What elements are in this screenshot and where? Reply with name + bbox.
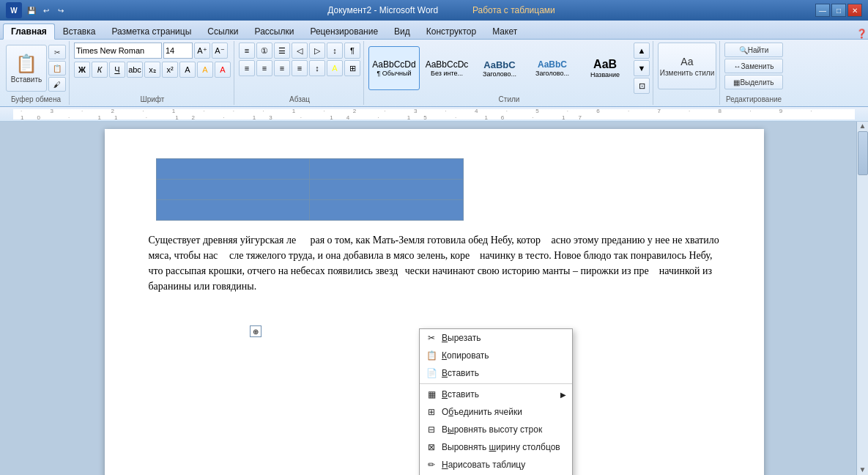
minimize-button[interactable]: — xyxy=(815,4,830,17)
insert-icon: ▦ xyxy=(426,389,437,400)
vertical-scrollbar[interactable]: ▲ ▼ xyxy=(856,122,868,475)
copy-icon: 📋 xyxy=(426,350,437,361)
change-styles-button[interactable]: Аа Изменить стили xyxy=(658,43,716,89)
help-button[interactable]: ❓ xyxy=(856,29,868,39)
paste-button[interactable]: 📋 Вставить xyxy=(6,45,47,92)
font-grow-button[interactable]: A⁺ xyxy=(194,43,210,59)
style-no-spacing[interactable]: AaBbCcDc Без инте... xyxy=(421,46,472,90)
font-content: A⁺ A⁻ Ж К Ч abc x₂ x² A A A xyxy=(74,43,231,94)
table-move-handle[interactable]: ⊕ xyxy=(250,325,261,337)
cm-copy[interactable]: 📋 Копировать xyxy=(420,347,572,364)
cm-equalize-rows[interactable]: ⊟ Выровнять высоту строк xyxy=(420,421,572,438)
editing-group: 🔍 Найти ↔ Заменить ▦ Выделить Редактиров… xyxy=(722,41,786,105)
copy-button[interactable]: 📋 xyxy=(48,61,66,76)
cut-button[interactable]: ✂ xyxy=(48,45,66,59)
line-spacing-button[interactable]: ↕ xyxy=(309,60,325,76)
align-center-button[interactable]: ≡ xyxy=(256,60,272,76)
sort-button[interactable]: ↕ xyxy=(327,43,343,59)
scroll-up-button[interactable]: ▲ xyxy=(857,122,868,130)
italic-button[interactable]: К xyxy=(92,62,108,78)
merge-icon: ⊞ xyxy=(426,406,437,418)
align-left-button[interactable]: ≡ xyxy=(239,60,255,76)
maximize-button[interactable]: □ xyxy=(831,4,846,17)
find-button[interactable]: 🔍 Найти xyxy=(724,43,783,57)
table-cell[interactable] xyxy=(310,200,464,221)
clipboard-label: Буфер обмена xyxy=(6,94,66,103)
window-title: Документ2 - Microsoft Word Работа с табл… xyxy=(67,5,815,15)
scroll-down-button[interactable]: ▼ xyxy=(857,465,868,474)
tab-layout2[interactable]: Макет xyxy=(484,23,525,39)
tab-view[interactable]: Вид xyxy=(386,23,418,39)
justify-button[interactable]: ≡ xyxy=(292,60,308,76)
cm-merge[interactable]: ⊞ Объединить ячейки xyxy=(420,403,572,421)
tab-insert[interactable]: Вставка xyxy=(55,23,104,39)
multilevel-button[interactable]: ☰ xyxy=(274,43,290,59)
tab-review[interactable]: Рецензирование xyxy=(302,23,386,39)
subscript-button[interactable]: x₂ xyxy=(144,62,160,78)
ruler: · 3 · 2 · 1 · · · 1 · 2 · 3 · 4 · 5 · 6 … xyxy=(0,107,868,122)
format-painter-button[interactable]: 🖌 xyxy=(48,77,66,92)
fill-color-button[interactable]: A xyxy=(327,60,343,76)
tab-layout[interactable]: Разметка страницы xyxy=(103,23,199,39)
change-styles-group-label xyxy=(658,102,716,103)
styles-more-button[interactable]: ⊡ xyxy=(634,78,650,94)
ruler-inner: · 3 · 2 · 1 · · · 1 · 2 · 3 · 4 · 5 · 6 … xyxy=(13,109,855,119)
paragraph-group: ≡ ① ☰ ◁ ▷ ↕ ¶ ≡ ≡ ≡ ≡ ↕ A ⊞ Абзац xyxy=(236,41,364,105)
close-button[interactable]: ✕ xyxy=(847,4,862,17)
cm-equalize-cols-label: Выровнять ширину столбцов xyxy=(442,442,560,452)
styles-up-button[interactable]: ▲ xyxy=(634,43,650,59)
cm-sep1 xyxy=(420,383,572,384)
style-heading2[interactable]: AaBbC Заголово... xyxy=(527,46,578,90)
style-heading1[interactable]: AaBbC Заголово... xyxy=(474,46,525,90)
tab-home[interactable]: Главная xyxy=(3,23,55,40)
table-cell[interactable] xyxy=(310,159,464,180)
equalize-cols-icon: ⊠ xyxy=(426,441,437,453)
table-cell[interactable] xyxy=(310,180,464,200)
cm-paste[interactable]: 📄 Вставить xyxy=(420,364,572,382)
font-shrink-button[interactable]: A⁻ xyxy=(212,43,228,59)
redo-qa-button[interactable]: ↪ xyxy=(54,4,67,17)
font-name-input[interactable] xyxy=(74,43,162,59)
save-qa-button[interactable]: 💾 xyxy=(25,4,38,17)
style-title[interactable]: АаВ Название xyxy=(579,46,631,90)
borders-button[interactable]: ⊞ xyxy=(344,60,360,76)
tab-design[interactable]: Конструктор xyxy=(418,23,484,39)
cm-equalize-cols[interactable]: ⊠ Выровнять ширину столбцов xyxy=(420,438,572,456)
align-right-button[interactable]: ≡ xyxy=(274,60,290,76)
styles-down-button[interactable]: ▼ xyxy=(634,60,650,76)
style-normal[interactable]: AaBbCcDd ¶ Обычный xyxy=(368,46,420,90)
show-marks-button[interactable]: ¶ xyxy=(344,43,360,59)
decrease-indent-button[interactable]: ◁ xyxy=(292,43,308,59)
document-area: ⊕ Существует древняя уйгурская леге xyxy=(0,122,868,475)
numbering-button[interactable]: ① xyxy=(256,43,272,59)
cm-insert[interactable]: ▦ Вставить ▶ xyxy=(420,386,572,403)
cut-icon: ✂ xyxy=(426,332,437,344)
strikethrough-button[interactable]: abc xyxy=(127,62,143,78)
para-row2: ≡ ≡ ≡ ≡ ↕ A ⊞ xyxy=(239,60,360,76)
table-cell[interactable] xyxy=(156,180,310,200)
undo-qa-button[interactable]: ↩ xyxy=(40,4,53,17)
select-button[interactable]: ▦ Выделить xyxy=(724,75,783,89)
cm-cut[interactable]: ✂ Вырезать xyxy=(420,329,572,347)
word-logo: W xyxy=(6,2,22,18)
increase-indent-button[interactable]: ▷ xyxy=(309,43,325,59)
superscript-button[interactable]: x² xyxy=(162,62,178,78)
table-cell[interactable] xyxy=(156,159,310,180)
replace-button[interactable]: ↔ Заменить xyxy=(724,59,783,73)
table-cell[interactable] xyxy=(156,200,310,221)
bold-button[interactable]: Ж xyxy=(74,62,90,78)
bullets-button[interactable]: ≡ xyxy=(239,43,255,59)
text-effects-button[interactable]: A xyxy=(179,62,196,78)
underline-button[interactable]: Ч xyxy=(109,62,125,78)
cm-draw-table[interactable]: ✏ Нарисовать таблицу xyxy=(420,456,572,474)
tab-refs[interactable]: Ссылки xyxy=(199,23,246,39)
font-label: Шрифт xyxy=(74,94,231,103)
tab-mail[interactable]: Рассылки xyxy=(247,23,303,39)
highlight-button[interactable]: A xyxy=(197,62,213,78)
table-row xyxy=(156,200,463,221)
font-size-input[interactable] xyxy=(163,43,193,59)
scrollbar-thumb[interactable] xyxy=(858,131,868,175)
font-color-button[interactable]: A xyxy=(215,62,231,78)
table-row xyxy=(156,159,463,180)
draw-table-icon: ✏ xyxy=(426,459,437,471)
